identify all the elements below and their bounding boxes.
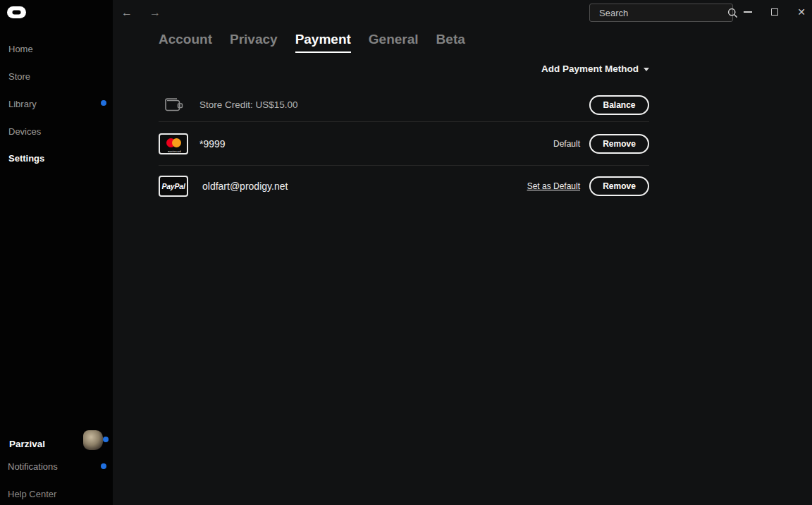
sidebar-item-label: Library [8, 99, 37, 109]
tab-label: Payment [295, 32, 351, 47]
tab-general[interactable]: General [369, 32, 419, 53]
sidebar-item-store[interactable]: Store [8, 71, 30, 82]
search-box[interactable] [589, 4, 733, 22]
search-icon [727, 8, 738, 18]
sidebar-item-settings[interactable]: Settings [8, 153, 44, 164]
maximize-icon [771, 8, 778, 16]
tab-label: General [369, 32, 419, 47]
paypal-email: oldfart@prodigy.net [202, 181, 288, 192]
remove-card-button[interactable]: Remove [589, 134, 649, 154]
sidebar-item-label: Store [8, 71, 30, 82]
settings-tabs: Account Privacy Payment General Beta [159, 32, 465, 53]
add-payment-method-label: Add Payment Method [541, 63, 639, 74]
mastercard-wordmark: mastercard [168, 150, 179, 153]
card-number: *9999 [199, 138, 226, 150]
sidebar-item-library[interactable]: Library [8, 99, 37, 109]
store-credit-row: Store Credit: US$15.00 Balance [159, 88, 649, 121]
sidebar-item-home[interactable]: Home [8, 44, 33, 54]
forward-button[interactable]: → [147, 4, 164, 21]
tab-label: Beta [436, 32, 465, 47]
tab-label: Privacy [230, 32, 278, 47]
wallet-icon [159, 95, 188, 114]
maximize-button[interactable] [765, 3, 784, 21]
tab-payment[interactable]: Payment [295, 32, 351, 53]
oculus-logo-icon [7, 6, 26, 21]
credit-card-row: mastercard *9999 Default Remove [159, 121, 649, 165]
store-credit-label: Store Credit: US$15.00 [199, 99, 298, 110]
sidebar-item-devices[interactable]: Devices [8, 126, 41, 137]
tab-beta[interactable]: Beta [436, 32, 465, 53]
add-payment-method-button[interactable]: Add Payment Method [541, 63, 649, 74]
paypal-wordmark: PayPal [161, 182, 185, 190]
remove-paypal-button[interactable]: Remove [589, 176, 649, 196]
avatar[interactable] [83, 430, 103, 450]
paypal-row: PayPal oldfart@prodigy.net Set as Defaul… [159, 165, 649, 206]
chevron-down-icon [644, 68, 649, 71]
sidebar-item-help-center[interactable]: Help Center [8, 489, 56, 499]
notifications-dot [101, 463, 106, 469]
tab-label: Account [159, 32, 212, 47]
search-input[interactable] [590, 8, 727, 18]
set-as-default-link[interactable]: Set as Default [527, 181, 580, 191]
payment-method-list: Store Credit: US$15.00 Balance mastercar… [159, 88, 649, 206]
sidebar-user-name[interactable]: Parzival [9, 439, 45, 449]
help-center-label: Help Center [8, 489, 56, 499]
default-badge: Default [553, 139, 580, 149]
paypal-icon: PayPal [159, 176, 188, 197]
app-window: Home Store Library Devices Settings Parz… [0, 0, 812, 505]
sidebar-item-label: Home [8, 44, 33, 54]
sidebar: Home Store Library Devices Settings Parz… [0, 0, 113, 505]
notifications-label: Notifications [8, 461, 58, 472]
sidebar-item-label: Devices [8, 126, 41, 137]
mastercard-circles [166, 138, 181, 147]
sidebar-item-notifications[interactable]: Notifications [8, 461, 58, 472]
mastercard-icon: mastercard [159, 133, 188, 154]
minimize-icon [744, 11, 752, 13]
sidebar-item-label: Settings [8, 153, 44, 164]
tab-privacy[interactable]: Privacy [230, 32, 278, 53]
user-notification-dot [103, 437, 109, 442]
minimize-button[interactable] [739, 3, 757, 21]
close-button[interactable]: ✕ [792, 3, 811, 21]
balance-button[interactable]: Balance [589, 95, 649, 115]
tab-account[interactable]: Account [159, 32, 212, 53]
back-button[interactable]: ← [118, 4, 135, 21]
library-notification-dot [101, 100, 106, 106]
